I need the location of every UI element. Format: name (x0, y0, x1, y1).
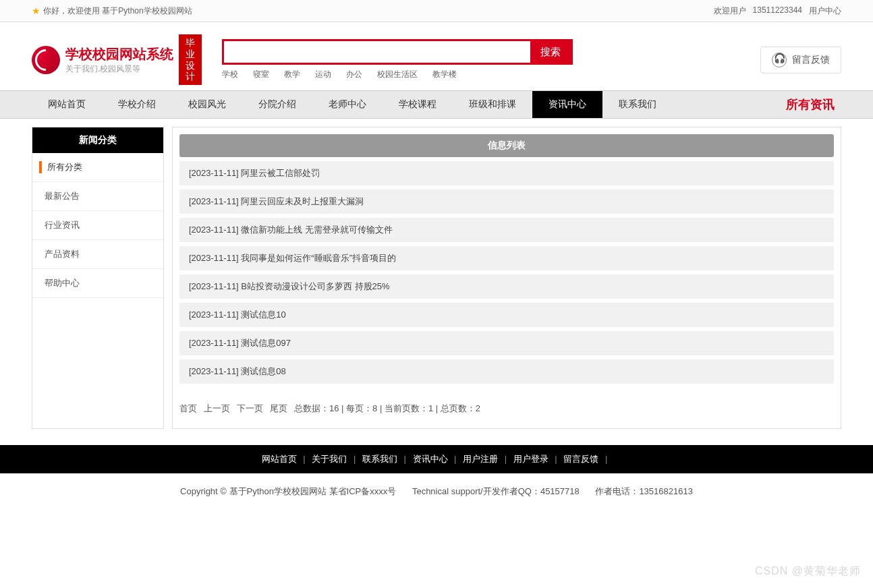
nav-item[interactable]: 学校课程 (383, 91, 453, 118)
headset-icon (772, 53, 787, 67)
feedback-label: 留言反馈 (792, 54, 830, 66)
search-tags: 学校寝室教学运动办公校园生活区教学楼 (222, 69, 573, 80)
search-button[interactable]: 搜索 (530, 41, 571, 63)
sidebar-item[interactable]: 最新公告 (32, 182, 163, 211)
welcome-user-label: 欢迎用户 (714, 5, 746, 17)
sidebar-item[interactable]: 产品资料 (32, 240, 163, 269)
logo-icon (32, 46, 60, 74)
pager-first[interactable]: 首页 (179, 403, 197, 415)
list-item[interactable]: [2023-11-11] 阿里云被工信部处罚 (179, 161, 834, 185)
nav-item[interactable]: 网站首页 (32, 91, 102, 118)
footer-link[interactable]: 网站首页 (262, 454, 297, 464)
nav-item[interactable]: 联系我们 (602, 91, 673, 118)
search-tag[interactable]: 办公 (346, 69, 362, 80)
footer-link[interactable]: 用户注册 (463, 454, 498, 464)
search-tag[interactable]: 校园生活区 (377, 69, 418, 80)
nav-item[interactable]: 资讯中心 (532, 91, 602, 118)
sidebar-title: 新闻分类 (32, 127, 163, 153)
list-item[interactable]: [2023-11-11] 阿里云回应未及时上报重大漏洞 (179, 189, 834, 214)
footer-link[interactable]: 联系我们 (362, 454, 397, 464)
pager-prev[interactable]: 上一页 (204, 403, 230, 415)
content-panel: 信息列表 [2023-11-11] 阿里云被工信部处罚[2023-11-11] … (172, 127, 841, 429)
nav-item[interactable]: 老师中心 (312, 91, 383, 118)
nav-item[interactable]: 分院介绍 (242, 91, 312, 118)
search-input[interactable] (224, 41, 530, 63)
search-tag[interactable]: 教学楼 (432, 69, 457, 80)
nav-item[interactable]: 班级和排课 (453, 91, 532, 118)
top-bar: ★ 你好，欢迎使用 基于Python学校校园网站 欢迎用户 1351122334… (0, 0, 873, 22)
list-title: 信息列表 (179, 134, 834, 157)
copyright: Copyright © 基于Python学校校园网站 某省ICP备xxxx号 T… (0, 473, 873, 525)
search-tag[interactable]: 寝室 (253, 69, 269, 80)
list-item[interactable]: [2023-11-11] B站投资动漫设计公司多萝西 持股25% (179, 274, 834, 299)
list-item[interactable]: [2023-11-11] 测试信息10 (179, 303, 834, 327)
pager-next[interactable]: 下一页 (237, 403, 263, 415)
footer-link[interactable]: 关于我们 (312, 454, 347, 464)
search-tag[interactable]: 运动 (315, 69, 331, 80)
site-subtitle: 关于我们.校园风景等 (65, 63, 173, 75)
user-center-link[interactable]: 用户中心 (809, 5, 841, 17)
list-item[interactable]: [2023-11-11] 测试信息08 (179, 359, 834, 384)
nav-item[interactable]: 校园风光 (172, 91, 242, 118)
star-icon: ★ (32, 5, 40, 16)
sidebar-item[interactable]: 所有分类 (32, 153, 163, 182)
logo-badge: 毕业 设计 (179, 34, 202, 85)
sidebar-item[interactable]: 行业资讯 (32, 211, 163, 240)
welcome-text: 你好，欢迎使用 基于Python学校校园网站 (43, 5, 192, 17)
search-block: 搜索 学校寝室教学运动办公校园生活区教学楼 (222, 39, 573, 80)
footer-link[interactable]: 留言反馈 (563, 454, 598, 464)
site-title: 学校校园网站系统 (65, 45, 173, 63)
list-item[interactable]: [2023-11-11] 测试信息097 (179, 331, 834, 355)
user-phone-link[interactable]: 13511223344 (753, 5, 802, 17)
logo-block[interactable]: 学校校园网站系统 关于我们.校园风景等 毕业 设计 (32, 34, 202, 85)
search-tag[interactable]: 教学 (284, 69, 300, 80)
pager-last[interactable]: 尾页 (270, 403, 287, 415)
header: 学校校园网站系统 关于我们.校园风景等 毕业 设计 搜索 学校寝室教学运动办公校… (32, 22, 841, 90)
nav-item[interactable]: 学校介绍 (102, 91, 172, 118)
footer-link[interactable]: 用户登录 (513, 454, 548, 464)
nav-all-news[interactable]: 所有资讯 (786, 91, 841, 118)
footer-nav: 网站首页 | 关于我们 | 联系我们 | 资讯中心 | 用户注册 | 用户登录 … (0, 445, 873, 473)
sidebar: 新闻分类 所有分类最新公告行业资讯产品资料帮助中心 (32, 127, 164, 429)
main-nav: 网站首页学校介绍校园风光分院介绍老师中心学校课程班级和排课资讯中心联系我们所有资… (0, 90, 873, 119)
sidebar-item[interactable]: 帮助中心 (32, 269, 163, 298)
list-item[interactable]: [2023-11-11] 微信新功能上线 无需登录就可传输文件 (179, 218, 834, 242)
feedback-button[interactable]: 留言反馈 (760, 47, 841, 74)
pager: 首页 上一页 下一页 尾页 总数据：16 | 每页：8 | 当前页数：1 | 总… (179, 403, 834, 415)
pager-stats: 总数据：16 | 每页：8 | 当前页数：1 | 总页数：2 (294, 403, 480, 415)
search-tag[interactable]: 学校 (222, 69, 238, 80)
list-item[interactable]: [2023-11-11] 我同事是如何运作“睡眠音乐”抖音项目的 (179, 246, 834, 270)
footer-link[interactable]: 资讯中心 (413, 454, 448, 464)
